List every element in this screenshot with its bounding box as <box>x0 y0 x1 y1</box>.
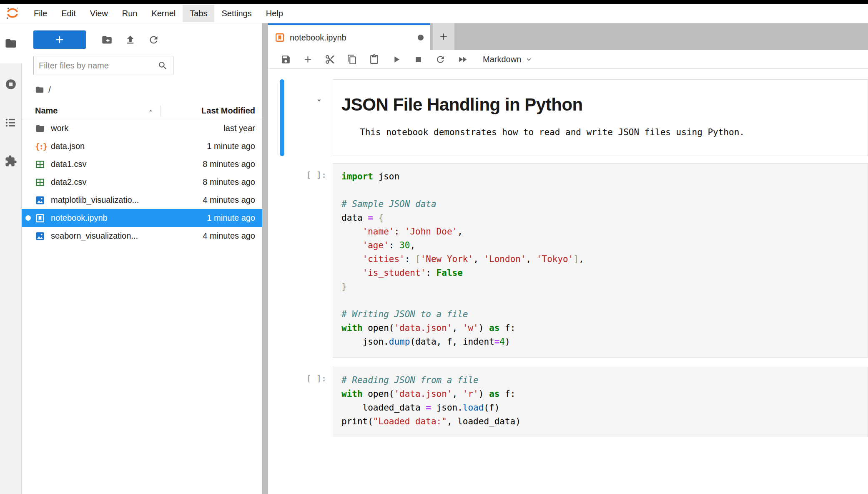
code-cell-row: [ ]: # Reading JSON from a filewith open… <box>268 367 868 437</box>
csv-file-icon <box>35 159 46 169</box>
code-line <box>341 184 868 197</box>
restart-kernel-button[interactable] <box>429 54 452 65</box>
file-name: work <box>51 124 223 133</box>
menu-edit[interactable]: Edit <box>54 5 83 22</box>
cut-icon <box>325 54 335 65</box>
file-row-data-json[interactable]: {:}data.json1 minute ago <box>22 137 262 155</box>
column-header-name[interactable]: Name <box>22 106 161 116</box>
home-folder-icon <box>35 85 44 94</box>
heading-collapser-icon[interactable] <box>315 96 324 156</box>
plus-icon <box>438 31 449 42</box>
cell-type-dropdown[interactable]: Markdown <box>483 55 533 64</box>
paste-icon <box>369 54 379 65</box>
new-folder-button[interactable] <box>95 30 118 49</box>
new-tab-button[interactable] <box>433 23 454 50</box>
run-icon <box>391 54 401 65</box>
save-button[interactable] <box>275 54 297 65</box>
markdown-heading: JSON File Handling in Python <box>341 95 859 115</box>
upload-icon <box>125 34 136 45</box>
plus-icon <box>54 34 65 45</box>
jupyterlab-window: FileEditViewRunKernelTabsSettingsHelp / <box>0 0 868 494</box>
code-cell-editor[interactable]: import json # Sample JSON datadata = { '… <box>333 163 868 358</box>
image-file-icon <box>35 231 46 241</box>
json-file-icon: {:} <box>35 142 46 151</box>
cut-cells-button[interactable] <box>319 54 341 65</box>
filter-files-box <box>33 56 173 75</box>
interrupt-kernel-button[interactable] <box>407 54 429 65</box>
code-cell-editor[interactable]: # Reading JSON from a filewith open('dat… <box>333 367 868 437</box>
notebook-toolbar: Markdown <box>268 50 868 69</box>
cell-prompt: [ ]: <box>268 367 333 437</box>
refresh-icon <box>435 54 446 65</box>
unsaved-changes-dot[interactable] <box>418 35 424 40</box>
menu-settings[interactable]: Settings <box>214 5 258 22</box>
code-line: with open('data.json', 'w') as f: <box>341 321 868 335</box>
paste-cells-button[interactable] <box>363 54 385 65</box>
notebook-scroll-area: JSON File Handling in Python This notebo… <box>268 69 868 494</box>
activity-running-sessions[interactable] <box>0 71 22 98</box>
tab-notebook-ipynb[interactable]: notebook.ipynb <box>268 23 430 50</box>
notebook-file-icon <box>35 213 46 223</box>
file-name: data.json <box>51 141 207 151</box>
active-cell-collapser[interactable] <box>280 79 284 156</box>
refresh-files-button[interactable] <box>142 30 165 49</box>
heading-collapse-zone <box>284 79 333 156</box>
run-cell-button[interactable] <box>385 54 407 65</box>
sort-ascending-icon <box>147 107 154 114</box>
code-line: 'is_student': False <box>341 266 868 280</box>
tab-bar: notebook.ipynb <box>268 23 868 50</box>
folder-plus-icon <box>101 34 113 45</box>
code-cell-row: [ ]: import json # Sample JSON datadata … <box>268 163 868 358</box>
menu-tabs[interactable]: Tabs <box>183 5 214 22</box>
file-modified: last year <box>223 124 262 133</box>
menu-file[interactable]: File <box>27 5 54 22</box>
menu-view[interactable]: View <box>83 5 115 22</box>
code-line: # Writing JSON to a file <box>341 307 868 321</box>
running-kernel-dot <box>25 215 31 221</box>
search-icon <box>158 60 168 71</box>
file-modified: 4 minutes ago <box>203 231 262 241</box>
file-modified: 8 minutes ago <box>203 159 262 169</box>
code-line: # Reading JSON from a file <box>341 373 868 387</box>
panel-resizer-handle[interactable] <box>262 23 268 494</box>
file-row-work[interactable]: worklast year <box>22 119 262 137</box>
new-launcher-button[interactable] <box>33 30 86 49</box>
copy-cells-button[interactable] <box>341 54 363 65</box>
code-line: loaded_data = json.load(f) <box>341 401 868 415</box>
menu-run[interactable]: Run <box>115 5 145 22</box>
file-name: matplotlib_visualizatio... <box>51 195 203 205</box>
stop-icon <box>413 54 424 65</box>
menu-help[interactable]: Help <box>259 5 290 22</box>
file-name: seaborn_visualization... <box>51 231 203 241</box>
activity-extensions[interactable] <box>0 148 22 174</box>
file-name: data2.csv <box>51 177 203 187</box>
fast-forward-icon <box>457 54 468 65</box>
plus-icon <box>303 54 313 65</box>
menu-items: FileEditViewRunKernelTabsSettingsHelp <box>27 5 290 22</box>
filter-files-input[interactable] <box>39 61 158 71</box>
puzzle-icon <box>5 155 17 167</box>
code-line: print("Loaded data:", loaded_data) <box>341 415 868 428</box>
toc-list-icon <box>5 116 17 129</box>
upload-button[interactable] <box>118 30 142 49</box>
file-modified: 1 minute ago <box>207 213 262 223</box>
breadcrumb[interactable]: / <box>22 82 262 98</box>
copy-icon <box>347 54 357 65</box>
tab-title: notebook.ipynb <box>290 33 413 43</box>
code-line: 'name': 'John Doe', <box>341 225 868 239</box>
activity-file-browser[interactable] <box>0 23 22 63</box>
file-row-seaborn-visualization-[interactable]: seaborn_visualization...4 minutes ago <box>22 227 262 245</box>
markdown-cell[interactable]: JSON File Handling in Python This notebo… <box>333 79 868 156</box>
file-row-matplotlib-visualizatio-[interactable]: matplotlib_visualizatio...4 minutes ago <box>22 191 262 209</box>
column-header-modified[interactable]: Last Modified <box>161 106 262 116</box>
menu-kernel[interactable]: Kernel <box>144 5 183 22</box>
image-file-icon <box>35 195 46 205</box>
run-all-cells-button[interactable] <box>452 54 474 65</box>
notebook-dock-panel: notebook.ipynb Markdown <box>268 23 868 494</box>
save-icon <box>281 54 291 65</box>
file-row-data1-csv[interactable]: data1.csv8 minutes ago <box>22 155 262 173</box>
insert-cell-button[interactable] <box>297 54 319 65</box>
activity-table-of-contents[interactable] <box>0 109 22 136</box>
file-row-data2-csv[interactable]: data2.csv8 minutes ago <box>22 173 262 191</box>
file-row-notebook-ipynb[interactable]: notebook.ipynb1 minute ago <box>22 209 262 227</box>
